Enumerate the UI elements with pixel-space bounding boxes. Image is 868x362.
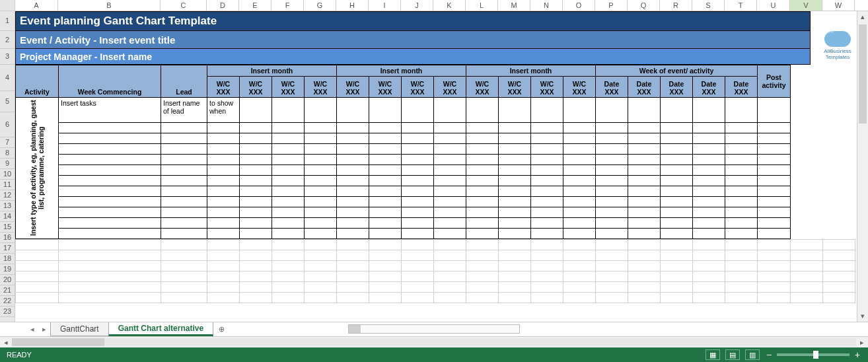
row-header-19[interactable]: 19 <box>0 264 15 275</box>
sheet-tab-ganttchart[interactable]: GanttChart <box>50 322 109 336</box>
row-header-20[interactable]: 20 <box>0 275 15 285</box>
cell-r21-E[interactable] <box>240 272 272 282</box>
gantt-cell-r8-c17[interactable] <box>758 133 791 144</box>
cell-r22-L[interactable] <box>466 282 499 293</box>
gantt-cell-r11-c9[interactable] <box>499 165 531 176</box>
gantt-cell-r9-c3[interactable] <box>305 144 337 155</box>
gantt-cell-r8-c1[interactable] <box>240 133 272 144</box>
gantt-cell-r11-c17[interactable] <box>758 165 791 176</box>
cell-r23-I[interactable] <box>369 293 402 303</box>
row-header-4[interactable]: 4 <box>0 65 15 91</box>
cell-r18-G[interactable] <box>305 240 337 250</box>
gantt-cell-r16-c15[interactable] <box>693 218 725 229</box>
gantt-cell-r15-c6[interactable] <box>402 207 434 218</box>
header-wc-8[interactable]: W/C XXX <box>466 77 499 98</box>
gantt-cell-r10-c8[interactable] <box>466 155 499 165</box>
gantt-cell-r12-c13[interactable] <box>628 176 661 186</box>
header-month-2[interactable]: Insert month <box>466 65 596 77</box>
header-wc-0[interactable]: W/C XXX <box>207 77 240 98</box>
gantt-cell-r14-c5[interactable] <box>369 197 402 207</box>
gantt-cell-r17-c16[interactable] <box>725 229 758 239</box>
cell-r18-L[interactable] <box>466 240 499 250</box>
cell-r22-D[interactable] <box>207 282 240 293</box>
gantt-cell-r11-c14[interactable] <box>661 165 693 176</box>
gantt-cell-r9-c10[interactable] <box>531 144 563 155</box>
gantt-cell-r17-c17[interactable] <box>758 229 791 239</box>
cell-r20-V[interactable] <box>791 261 823 272</box>
cell-r23-R[interactable] <box>661 293 693 303</box>
task-cell-r16[interactable] <box>59 218 161 229</box>
cell-r22-G[interactable] <box>305 282 337 293</box>
gantt-cell-r11-c16[interactable] <box>725 165 758 176</box>
gantt-cell-r14-c1[interactable] <box>240 197 272 207</box>
gantt-cell-r8-c9[interactable] <box>499 133 531 144</box>
cell-r22-R[interactable] <box>661 282 693 293</box>
cell-r20-M[interactable] <box>499 261 531 272</box>
gantt-cell-r7-c8[interactable] <box>466 123 499 133</box>
gantt-cell-r7-c15[interactable] <box>693 123 725 133</box>
gantt-cell-r14-c9[interactable] <box>499 197 531 207</box>
gantt-cell-r12-c2[interactable] <box>272 176 305 186</box>
gantt-cell-r14-c15[interactable] <box>693 197 725 207</box>
gantt-cell-r6-c16[interactable] <box>725 98 758 123</box>
cell-r21-O[interactable] <box>563 272 596 282</box>
row-header-16[interactable]: 16 <box>0 233 15 243</box>
row-header-18[interactable]: 18 <box>0 254 15 264</box>
gantt-cell-r8-c8[interactable] <box>466 133 499 144</box>
gantt-cell-r12-c17[interactable] <box>758 176 791 186</box>
task-cell-r8[interactable] <box>59 133 161 144</box>
gantt-cell-r17-c2[interactable] <box>272 229 305 239</box>
gantt-cell-r13-c8[interactable] <box>466 186 499 197</box>
col-header-F[interactable]: F <box>271 0 304 11</box>
gantt-cell-r17-c14[interactable] <box>661 229 693 239</box>
gantt-cell-r15-c3[interactable] <box>305 207 337 218</box>
cell-r23-H[interactable] <box>337 293 369 303</box>
gantt-cell-r12-c8[interactable] <box>466 176 499 186</box>
cell-r21-F[interactable] <box>272 272 305 282</box>
header-date-1[interactable]: Date XXX <box>628 77 661 98</box>
gantt-cell-r13-c5[interactable] <box>369 186 402 197</box>
header-wc-9[interactable]: W/C XXX <box>499 77 531 98</box>
row-header-23[interactable]: 23 <box>0 307 15 317</box>
gantt-cell-r7-c12[interactable] <box>596 123 628 133</box>
gantt-cell-r9-c1[interactable] <box>240 144 272 155</box>
gantt-cell-r11-c5[interactable] <box>369 165 402 176</box>
gantt-cell-r17-c3[interactable] <box>305 229 337 239</box>
select-all-corner[interactable] <box>0 0 15 11</box>
cell-r22-E[interactable] <box>240 282 272 293</box>
lead-cell-r6[interactable]: Insert name of lead <box>161 98 207 123</box>
gantt-cell-r17-c1[interactable] <box>240 229 272 239</box>
gantt-cell-r6-c2[interactable] <box>272 98 305 123</box>
gantt-cell-r16-c10[interactable] <box>531 218 563 229</box>
cell-r19-L[interactable] <box>466 250 499 261</box>
cell-r19-H[interactable] <box>337 250 369 261</box>
gantt-cell-r16-c9[interactable] <box>499 218 531 229</box>
cell-r22-K[interactable] <box>434 282 466 293</box>
lead-cell-r13[interactable] <box>161 186 207 197</box>
cell-r22-P[interactable] <box>596 282 628 293</box>
row-header-1[interactable]: 1 <box>0 11 15 31</box>
title-event[interactable]: Event / Activity - Insert event title <box>15 31 811 49</box>
row-header-21[interactable]: 21 <box>0 285 15 296</box>
cell-r21-H[interactable] <box>337 272 369 282</box>
gantt-cell-r17-c11[interactable] <box>563 229 596 239</box>
gantt-cell-r6-c13[interactable] <box>628 98 661 123</box>
gantt-cell-r9-c2[interactable] <box>272 144 305 155</box>
cell-r22-S[interactable] <box>693 282 725 293</box>
cell-r19-S[interactable] <box>693 250 725 261</box>
gantt-cell-r6-c0[interactable]: to show when <box>207 98 240 123</box>
gantt-cell-r13-c11[interactable] <box>563 186 596 197</box>
cell-r21-I[interactable] <box>369 272 402 282</box>
gantt-cell-r13-c13[interactable] <box>628 186 661 197</box>
gantt-cell-r17-c6[interactable] <box>402 229 434 239</box>
cell-r20-D[interactable] <box>207 261 240 272</box>
col-header-L[interactable]: L <box>466 0 498 11</box>
gantt-cell-r10-c15[interactable] <box>693 155 725 165</box>
cell-r20-G[interactable] <box>305 261 337 272</box>
cell-r18-U[interactable] <box>758 240 791 250</box>
gantt-cell-r11-c10[interactable] <box>531 165 563 176</box>
task-cell-r17[interactable] <box>59 229 161 239</box>
cell-r20-B[interactable] <box>59 261 161 272</box>
gantt-cell-r9-c17[interactable] <box>758 144 791 155</box>
col-header-B[interactable]: B <box>58 0 161 11</box>
